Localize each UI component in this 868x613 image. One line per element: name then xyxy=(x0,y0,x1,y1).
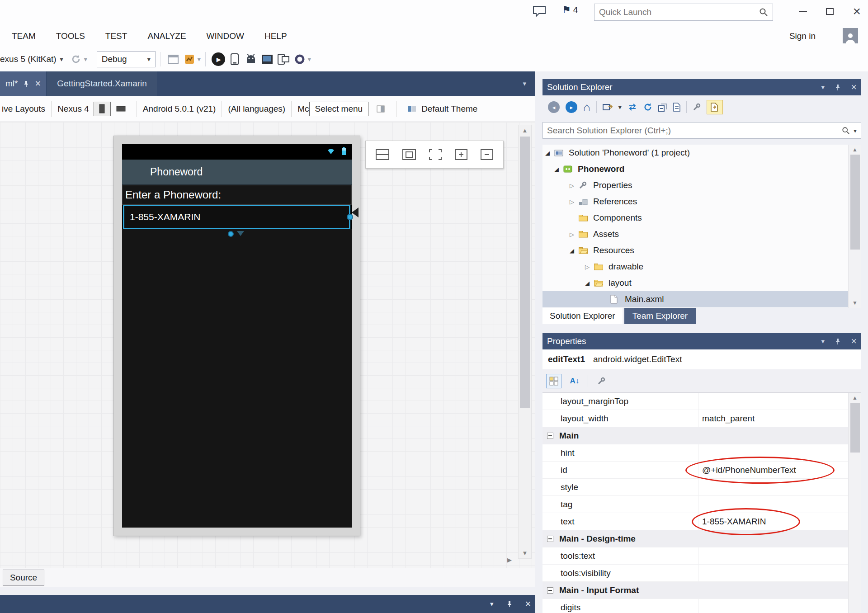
menu-window[interactable]: WINDOW xyxy=(207,31,244,41)
properties-page-icon[interactable] xyxy=(673,103,680,112)
property-row[interactable]: tools:visibility xyxy=(542,565,861,582)
tree-item-drawable[interactable]: ▷ drawable xyxy=(542,259,861,275)
menu-tools[interactable]: TOOLS xyxy=(56,31,85,41)
scroll-down-icon[interactable]: ▼ xyxy=(522,550,528,556)
android-version-selector[interactable]: Android 5.0.1 (v21) xyxy=(143,104,216,114)
theme-selector[interactable]: Default Theme xyxy=(421,104,477,114)
tree-item-solution[interactable]: ◢ Solution 'Phoneword' (1 project) xyxy=(542,145,861,161)
pane-chevron-icon[interactable]: ▾ xyxy=(490,600,494,608)
property-category-row[interactable]: Main - Input Format xyxy=(542,582,861,599)
scrollbar-thumb[interactable] xyxy=(850,155,860,250)
property-row[interactable]: tools:text xyxy=(542,547,861,565)
tree-item-layout[interactable]: ◢ layout xyxy=(542,275,861,291)
collapsed-arrow-icon[interactable]: ▷ xyxy=(570,198,579,205)
menu-help[interactable]: HELP xyxy=(264,31,287,41)
close-icon[interactable]: × xyxy=(851,81,857,93)
tab-main-axml[interactable]: ml* × xyxy=(0,71,46,96)
canvas-vertical-scrollbar[interactable]: ▲ ▼ xyxy=(518,125,532,559)
feedback-icon[interactable] xyxy=(533,5,546,17)
collapsed-arrow-icon[interactable]: ▷ xyxy=(585,264,594,270)
collapse-box-icon[interactable] xyxy=(547,433,553,439)
zoom-in-icon[interactable] xyxy=(455,149,467,160)
property-row[interactable]: hint xyxy=(542,444,861,462)
scrollbar-thumb[interactable] xyxy=(520,137,530,408)
property-value[interactable] xyxy=(698,547,848,564)
solution-search-input[interactable] xyxy=(547,126,838,136)
collapsed-arrow-icon[interactable]: ▷ xyxy=(570,231,579,238)
search-icon[interactable] xyxy=(842,127,850,135)
property-row-text[interactable]: text 1-855-XAMARIN xyxy=(542,513,861,530)
scroll-up-icon[interactable]: ▲ xyxy=(852,146,858,153)
scroll-down-icon[interactable]: ▼ xyxy=(852,300,858,306)
close-icon[interactable]: × xyxy=(851,335,857,347)
split-square-icon[interactable] xyxy=(372,102,389,116)
property-name[interactable]: tools:visibility xyxy=(542,565,698,581)
properties-header[interactable]: Properties ▾ × xyxy=(542,333,861,349)
collapse-all-icon[interactable] xyxy=(658,103,667,112)
profiling-donut-icon[interactable] xyxy=(292,51,308,67)
user-avatar-icon[interactable] xyxy=(843,28,858,43)
start-debug-icon[interactable]: ▶ xyxy=(210,51,226,67)
home-icon[interactable]: ⌂ xyxy=(583,100,590,114)
select-menu-combo[interactable]: Select menu xyxy=(309,102,369,116)
configuration-combo[interactable]: Debug ▾ xyxy=(97,51,156,67)
tree-item-components[interactable]: Components xyxy=(542,210,861,226)
toolbar-overflow-chevron-icon[interactable]: ▾ xyxy=(308,56,311,63)
landscape-orientation-icon[interactable] xyxy=(113,102,130,116)
preview-selected-toggle[interactable] xyxy=(707,100,723,114)
portrait-orientation-icon[interactable] xyxy=(94,102,111,116)
solution-explorer-header[interactable]: Solution Explorer ▾ × xyxy=(542,79,861,95)
designer-canvas[interactable]: Phoneword Enter a Phoneword: 1-855-XAMAR… xyxy=(0,122,535,568)
phone-empty-area[interactable] xyxy=(122,229,352,528)
scroll-up-icon[interactable]: ▲ xyxy=(522,127,528,134)
wrench-icon[interactable] xyxy=(594,374,609,388)
window-position-chevron-icon[interactable]: ▾ xyxy=(821,83,825,91)
properties-vertical-scrollbar[interactable]: ▲ xyxy=(848,393,861,613)
profiler-icon[interactable] xyxy=(181,51,198,67)
alternative-layouts-label[interactable]: ive Layouts xyxy=(2,104,45,114)
property-value[interactable] xyxy=(698,393,848,410)
property-row[interactable]: style xyxy=(542,479,861,496)
back-icon[interactable]: ◂ xyxy=(548,101,560,113)
property-name[interactable]: style xyxy=(542,479,698,495)
minimize-icon[interactable] xyxy=(799,11,807,12)
property-name[interactable]: text xyxy=(542,513,698,530)
solution-search-box[interactable]: ▾ xyxy=(542,122,861,139)
property-row[interactable]: layout_marginTop xyxy=(542,393,861,410)
property-name[interactable]: id xyxy=(542,462,698,478)
scope-icon[interactable] xyxy=(603,103,613,112)
expanded-arrow-icon[interactable]: ◢ xyxy=(585,280,594,287)
tree-item-resources[interactable]: ◢ Resources xyxy=(542,242,861,259)
tab-close-icon[interactable]: × xyxy=(35,79,41,89)
property-value[interactable] xyxy=(698,599,848,613)
refresh-icon[interactable] xyxy=(643,103,652,112)
tree-vertical-scrollbar[interactable]: ▲ ▼ xyxy=(848,145,861,308)
property-value[interactable]: @+id/PhoneNumberText xyxy=(698,462,848,478)
deploy-device-icon[interactable] xyxy=(226,51,243,67)
property-name[interactable]: tools:text xyxy=(542,547,698,564)
pin-icon[interactable] xyxy=(835,84,841,91)
menu-analyze[interactable]: ANALYZE xyxy=(147,31,186,41)
close-icon[interactable]: × xyxy=(853,5,861,18)
tree-item-references[interactable]: ▷ References xyxy=(542,193,861,210)
quick-launch-box[interactable] xyxy=(594,4,773,21)
property-value[interactable]: match_parent xyxy=(698,410,848,427)
selection-handle-bottom[interactable] xyxy=(228,231,234,237)
sync-icon[interactable] xyxy=(627,103,637,111)
forward-icon[interactable]: ▸ xyxy=(566,101,577,113)
theme-icon[interactable] xyxy=(403,102,420,116)
tab-overflow-chevron-icon[interactable]: ▾ xyxy=(523,80,526,88)
property-name[interactable]: layout_width xyxy=(542,410,698,427)
scope-chevron-icon[interactable]: ▾ xyxy=(618,104,622,110)
attach-window-icon[interactable] xyxy=(165,51,181,67)
property-value[interactable] xyxy=(698,565,848,581)
pin-icon[interactable] xyxy=(835,338,841,345)
phone-edittext-selected[interactable]: 1-855-XAMARIN xyxy=(123,205,350,229)
property-row-id[interactable]: id @+id/PhoneNumberText xyxy=(542,462,861,479)
property-row[interactable]: layout_width match_parent xyxy=(542,410,861,427)
source-view-tab[interactable]: Source xyxy=(3,570,44,586)
maximize-icon[interactable] xyxy=(826,8,834,15)
property-category-row[interactable]: Main xyxy=(542,427,861,444)
device-frame-icon[interactable] xyxy=(402,149,416,160)
expanded-arrow-icon[interactable]: ◢ xyxy=(554,166,563,173)
